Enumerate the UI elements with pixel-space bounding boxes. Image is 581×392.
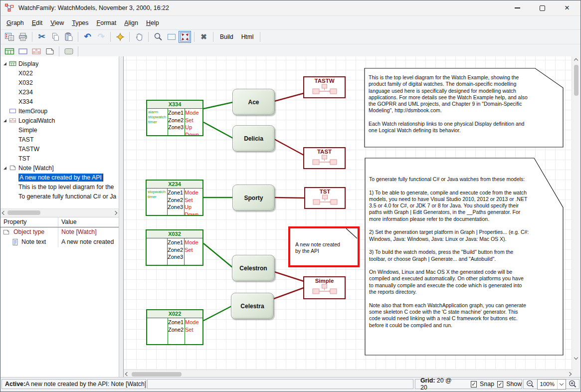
- copy-button[interactable]: [49, 31, 61, 43]
- tree-item-display[interactable]: Display: [0, 59, 119, 68]
- close-button[interactable]: ×: [564, 4, 571, 11]
- menu-item-view[interactable]: View: [46, 18, 68, 28]
- cut-button[interactable]: ✂: [35, 31, 48, 43]
- tree-item-label[interactable]: LogicalWatch: [18, 117, 55, 124]
- tree-item-label[interactable]: To generate fully functional C# or Ja: [18, 193, 116, 200]
- chevron-down-icon[interactable]: [557, 380, 566, 389]
- display-node-x334[interactable]: X334alarmstopwatchtimerZone1Zone2Zone3Mo…: [146, 100, 203, 136]
- fit-window-button[interactable]: [179, 31, 191, 43]
- note-intro[interactable]: This is the top level diagram for the Wa…: [364, 68, 564, 148]
- zoom-out-icon[interactable]: [525, 379, 535, 389]
- undo-button[interactable]: ↶: [81, 31, 94, 43]
- tree-item-x334[interactable]: X334: [0, 97, 119, 106]
- tree-item-label[interactable]: This is the top level diagram for the: [18, 184, 114, 191]
- tree-item-to-generate-fully-functional-c-or-ja[interactable]: To generate fully functional C# or Ja: [0, 192, 119, 201]
- tree-item-this-is-the-top-level-diagram-for-the[interactable]: This is the top level diagram for the: [0, 182, 119, 192]
- watchmodel-node-celestron[interactable]: Celestron: [232, 255, 275, 281]
- tree-item-label[interactable]: X022: [18, 70, 33, 77]
- logicalwatch-node-tast[interactable]: TAST: [303, 147, 346, 169]
- tree-item-itemgroup[interactable]: ItemGroup: [0, 106, 119, 116]
- build-button[interactable]: Build: [216, 31, 237, 42]
- scroll-up-arrow[interactable]: [573, 57, 580, 64]
- tree-expander-icon[interactable]: [3, 167, 6, 170]
- print-button[interactable]: [16, 31, 29, 43]
- display-node-x022[interactable]: X022Zone1Zone2ModeSet: [146, 309, 203, 345]
- watchmodel-node-sporty[interactable]: Sporty: [232, 185, 275, 211]
- tree-item-note-watch-[interactable]: Note [Watch]: [0, 163, 119, 173]
- zoom-in-icon[interactable]: [568, 379, 578, 389]
- logicalwatch-tool-button[interactable]: [30, 45, 42, 57]
- tree-item-simple[interactable]: Simple: [0, 125, 119, 135]
- scrollbar-thumb[interactable]: [132, 372, 182, 377]
- logicalwatch-node-simple[interactable]: Simple: [303, 276, 346, 299]
- menu-item-help[interactable]: Help: [142, 18, 163, 28]
- display-node-x234[interactable]: X234stopwatchtimerZone1Zone2Zone3ModeSet…: [146, 180, 203, 216]
- minimize-button[interactable]: [514, 4, 521, 11]
- logicalwatch-node-tastw[interactable]: TASTW: [303, 76, 346, 98]
- graph-browser-button[interactable]: [3, 31, 15, 43]
- tree-item-label[interactable]: TAST: [18, 136, 34, 143]
- tree-expander-icon[interactable]: [3, 119, 6, 122]
- display-node-x032[interactable]: X032Zone1Zone2Zone3ModeSet: [146, 229, 203, 266]
- diagram-canvas[interactable]: X334alarmstopwatchtimerZone1Zone2Zone3Mo…: [124, 56, 573, 370]
- tree-item-label[interactable]: ItemGroup: [18, 108, 47, 115]
- pan-hand-button[interactable]: [133, 31, 145, 43]
- display-tool-button[interactable]: [3, 45, 15, 57]
- tree-item-label[interactable]: A new note created by the API: [18, 174, 103, 182]
- itemgroup-tool-button[interactable]: [16, 45, 29, 57]
- tree-item-tast[interactable]: TAST: [0, 135, 119, 144]
- tree-item-label[interactable]: TASTW: [18, 146, 39, 153]
- property-row-object-type[interactable]: Object typeNote [Watch]: [0, 227, 119, 237]
- zoom-button[interactable]: [152, 31, 164, 43]
- menu-item-align[interactable]: Align: [120, 18, 142, 28]
- menu-item-edit[interactable]: Edit: [28, 18, 47, 28]
- paste-button[interactable]: [62, 31, 75, 43]
- tree-item-label[interactable]: Display: [18, 60, 38, 67]
- tree-item-label[interactable]: X334: [18, 98, 33, 105]
- tree-item-a-new-note-created-by-the-api[interactable]: A new note created by the API: [0, 173, 119, 182]
- panel-splitter[interactable]: [119, 56, 124, 379]
- logicalwatch-node-tst[interactable]: TST: [304, 187, 346, 209]
- tree-expander-icon[interactable]: [3, 62, 6, 65]
- value-column-header[interactable]: Value: [61, 218, 77, 225]
- grid-crosshair-button[interactable]: [114, 31, 126, 43]
- scroll-right-arrow[interactable]: [112, 209, 119, 216]
- snap-checkbox[interactable]: ✓: [471, 381, 477, 388]
- maximize-button[interactable]: [539, 4, 546, 11]
- tree-item-x022[interactable]: X022: [0, 68, 119, 78]
- watchmodel-node-ace[interactable]: Ace: [232, 89, 275, 115]
- scrollbar-thumb[interactable]: [7, 210, 40, 215]
- tree-item-label[interactable]: TST: [18, 155, 30, 162]
- note-tool-button[interactable]: [43, 45, 56, 57]
- zoom-level-select[interactable]: 100%: [537, 379, 566, 390]
- tree-item-label[interactable]: X032: [18, 79, 33, 86]
- redo-button[interactable]: ↷: [95, 31, 107, 43]
- tree-item-x032[interactable]: X032: [0, 78, 119, 87]
- tree-item-label[interactable]: Simple: [18, 127, 37, 134]
- menu-item-types[interactable]: Types: [68, 18, 92, 28]
- html-button[interactable]: Html: [238, 31, 257, 42]
- watchmodel-node-celestra[interactable]: Celestra: [231, 293, 274, 319]
- tree-item-x234[interactable]: X234: [0, 87, 119, 97]
- tree-item-label[interactable]: Note [Watch]: [18, 165, 54, 172]
- property-value[interactable]: A new note created by the API: [61, 238, 115, 245]
- menu-item-format[interactable]: Format: [93, 18, 121, 28]
- tree-horizontal-scrollbar[interactable]: [0, 208, 119, 217]
- selected-note-node[interactable]: A new note createdby the API: [288, 226, 360, 267]
- tree-item-logicalwatch[interactable]: LogicalWatch: [0, 116, 119, 125]
- tree-item-tastw[interactable]: TASTW: [0, 144, 119, 154]
- scroll-left-arrow[interactable]: [124, 371, 131, 378]
- watchmodel-tool-button[interactable]: [62, 45, 75, 57]
- zoom-area-button[interactable]: [165, 31, 178, 43]
- canvas-vertical-scrollbar[interactable]: [572, 56, 581, 370]
- menu-item-graph[interactable]: Graph: [2, 18, 28, 28]
- scroll-down-arrow[interactable]: [573, 354, 580, 361]
- tree-item-label[interactable]: X234: [18, 89, 33, 96]
- scroll-left-arrow[interactable]: [0, 209, 7, 216]
- scrollbar-thumb[interactable]: [574, 65, 579, 96]
- property-row-note-text[interactable]: Note textA new note created by the API: [0, 237, 119, 247]
- show-grid-checkbox[interactable]: ✓: [497, 381, 503, 388]
- property-column-header[interactable]: Property: [3, 218, 26, 225]
- tree-item-tst[interactable]: TST: [0, 154, 119, 163]
- property-value[interactable]: Note [Watch]: [61, 228, 115, 235]
